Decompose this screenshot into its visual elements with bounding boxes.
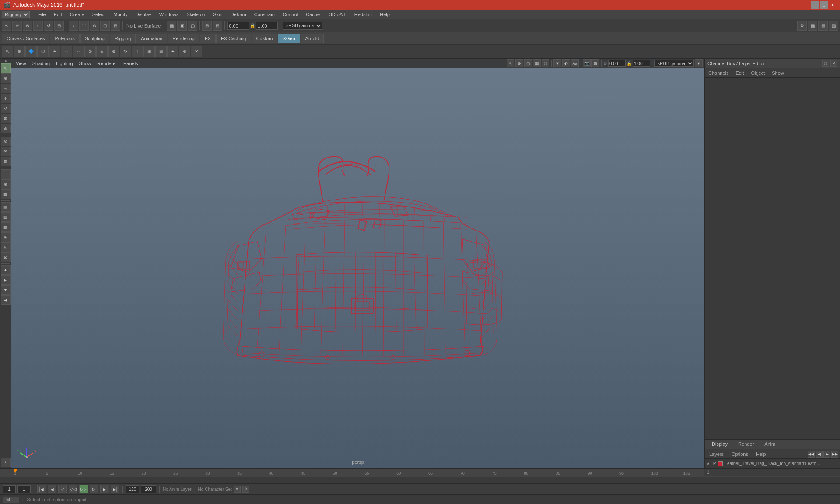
cb-tab-channels[interactable]: Channels (707, 70, 730, 77)
display-tab-render[interactable]: Render (735, 441, 757, 448)
cb-icon-2[interactable]: ✕ (830, 60, 837, 67)
shelf-icon-15[interactable]: ✕ (191, 46, 202, 57)
layers-btn-options[interactable]: Options (729, 451, 751, 457)
vp-show[interactable]: Show (77, 60, 94, 66)
value-input-2[interactable] (256, 22, 278, 30)
snap-grid[interactable]: # (69, 21, 78, 31)
frame-current-input[interactable] (18, 485, 31, 493)
layout-select[interactable]: Rigging (2, 10, 30, 18)
shelf-icon-move[interactable]: ⊕ (14, 46, 25, 57)
shelf-arnold[interactable]: Arnold (301, 34, 324, 43)
vp-val1[interactable] (608, 60, 626, 67)
char-set-btn[interactable]: ≡ (234, 486, 241, 493)
cb-tab-edit[interactable]: Edit (734, 70, 746, 77)
menu-cache[interactable]: Cache (302, 11, 323, 18)
snap-point[interactable]: ⊙ (90, 21, 99, 31)
shelf-icon-7[interactable]: ◈ (96, 46, 108, 57)
title-bar-controls[interactable]: − □ ✕ (811, 1, 836, 9)
left-tool-universal[interactable]: ⊛ (1, 124, 10, 133)
left-tool-grid2[interactable]: ▥ (1, 212, 10, 222)
frame-end-input[interactable] (126, 485, 139, 493)
play-forward[interactable]: ▷▷ (79, 485, 88, 494)
layout-icon-1[interactable]: ▦ (808, 21, 817, 31)
left-tool-render[interactable]: ▦ (1, 189, 10, 199)
shelf-animation[interactable]: Animation (136, 34, 167, 43)
vp-icon-select[interactable]: ↖ (507, 60, 514, 67)
menu-select[interactable]: Select (89, 11, 109, 18)
tool-lasso[interactable]: ⊕ (12, 21, 22, 31)
vp-icon-shaded[interactable]: ▦ (533, 60, 541, 67)
play-skip-start[interactable]: |◀ (37, 485, 46, 494)
vp-icon-cam2[interactable]: ⊞ (592, 60, 599, 67)
snap-curve[interactable]: ⌒ (79, 21, 89, 31)
left-tool-scale[interactable]: ⊞ (1, 114, 10, 123)
left-tool-move[interactable]: ✛ (1, 94, 10, 103)
play-skip-end[interactable]: ▶| (111, 485, 119, 494)
layers-btn-layers[interactable]: Layers (707, 451, 726, 457)
shelf-icon-11[interactable]: ⊞ (144, 46, 155, 57)
left-tool-misc4[interactable]: ◀ (1, 295, 10, 305)
shelf-custom[interactable]: Custom (252, 34, 278, 43)
maximize-button[interactable]: □ (820, 1, 828, 9)
cb-tab-object[interactable]: Object (749, 70, 766, 77)
layers-btn-help[interactable]: Help (753, 451, 769, 457)
left-tool-conn[interactable]: ⊕ (1, 179, 10, 189)
shelf-rendering[interactable]: Rendering (168, 34, 200, 43)
left-tool-grid4[interactable]: ⊞ (1, 232, 10, 242)
left-tool-misc3[interactable]: ▼ (1, 285, 10, 295)
vp-icon-light2[interactable]: ◐ (562, 60, 570, 67)
shelf-polygons[interactable]: Polygons (50, 34, 79, 43)
left-tool-rotate[interactable]: ↺ (1, 104, 10, 113)
render-ipr[interactable]: ▢ (188, 21, 197, 31)
shelf-icon-5[interactable]: ○ (73, 46, 84, 57)
shelf-icon-select[interactable]: ↖ (2, 46, 13, 57)
menu-3dtoall[interactable]: -3DtoAll- (324, 11, 350, 18)
shelf-icon-12[interactable]: ⊟ (155, 46, 167, 57)
snap-view[interactable]: ⊡ (100, 21, 110, 31)
layer-visibility[interactable]: V (707, 461, 710, 466)
show-ui[interactable]: ⊞ (202, 21, 212, 31)
layer-nav-next[interactable]: ▶ (823, 451, 830, 458)
play-step-fwd[interactable]: ▶ (100, 485, 109, 494)
left-tool-grid6[interactable]: ⊠ (1, 252, 10, 262)
render-seq[interactable]: ▣ (177, 21, 187, 31)
shelf-fx[interactable]: FX (200, 34, 216, 43)
layer-nav-end[interactable]: ▶▶ (831, 451, 838, 458)
vp-panels[interactable]: Panels (121, 60, 141, 66)
left-tool-paint-select[interactable]: ⊕ (1, 74, 10, 83)
left-tool-misc2[interactable]: ▶ (1, 275, 10, 285)
shelf-icon-3[interactable]: + (49, 46, 60, 57)
vp-icon-wire[interactable]: ▢ (524, 60, 532, 67)
vp-gamma-select[interactable]: sRGB gamma (654, 60, 694, 67)
left-tool-soft[interactable]: ⊙ (1, 136, 10, 146)
layout-icon-2[interactable]: ▤ (818, 21, 828, 31)
shelf-icon-6[interactable]: ⊙ (84, 46, 96, 57)
layer-nav-start[interactable]: ◀◀ (808, 451, 815, 458)
menu-deform[interactable]: Deform (227, 11, 250, 18)
menu-create[interactable]: Create (66, 11, 88, 18)
left-tool-grid3[interactable]: ▦ (1, 222, 10, 232)
cb-icon-1[interactable]: ⬡ (822, 60, 829, 67)
left-tool-select[interactable]: ↖ (1, 63, 10, 73)
left-tool-attr[interactable]: ⋯ (1, 169, 10, 179)
tool-paint[interactable]: ⊛ (23, 21, 32, 31)
left-tool-snap[interactable]: ⊟ (1, 157, 10, 166)
vp-shading[interactable]: Shading (30, 60, 52, 66)
shelf-sculpting[interactable]: Sculpting (80, 34, 109, 43)
left-tool-grid5[interactable]: ⊡ (1, 242, 10, 252)
vp-icon-cam1[interactable]: 📷 (583, 60, 591, 67)
shelf-icon-14[interactable]: ⊕ (179, 46, 190, 57)
anim-settings-btn[interactable]: ⚙ (242, 486, 249, 493)
display-tab-display[interactable]: Display (708, 441, 731, 448)
shelf-fxcaching[interactable]: FX Caching (216, 34, 251, 43)
menu-skeleton[interactable]: Skeleton (183, 11, 209, 18)
timeline-ruler[interactable]: 1510152025303540455055606570758085909510… (0, 469, 840, 477)
viewport[interactable]: View Shading Lighting Show Renderer Pane… (11, 59, 704, 468)
vp-icon-shade2[interactable]: ⬡ (542, 60, 550, 67)
menu-modify[interactable]: Modify (110, 11, 131, 18)
tool-scale[interactable]: ⊞ (54, 21, 64, 31)
shelf-icon-10[interactable]: ↑ (132, 46, 143, 57)
shelf-icon-13[interactable]: ✦ (167, 46, 178, 57)
left-tool-extra[interactable]: + (1, 458, 10, 467)
left-tool-grid1[interactable]: ▤ (1, 202, 10, 212)
